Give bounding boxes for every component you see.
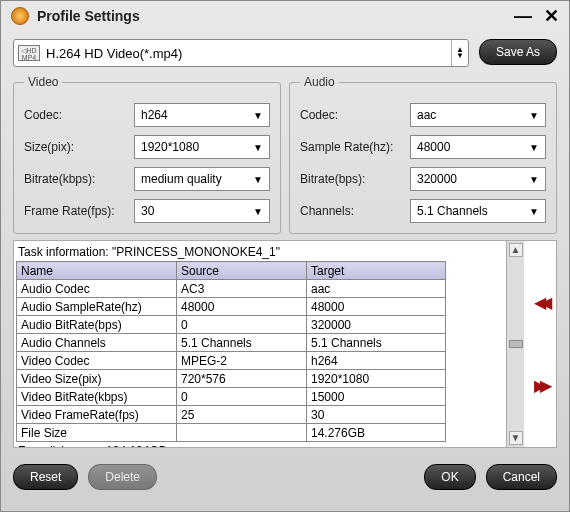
chevron-down-icon: ▼: [253, 110, 263, 121]
task-info-panel: Task information: "PRINCESS_MONONOKE4_1"…: [13, 240, 557, 448]
cell-name: File Size: [17, 424, 177, 442]
video-framerate-label: Frame Rate(fps):: [24, 204, 134, 218]
delete-button[interactable]: Delete: [88, 464, 157, 490]
cell-name: Video FrameRate(fps): [17, 406, 177, 424]
profile-select[interactable]: ◁HDMP4 H.264 HD Video(*.mp4) ▲▼: [13, 39, 469, 67]
table-row: Audio CodecAC3aac: [17, 280, 446, 298]
audio-codec-label: Codec:: [300, 108, 410, 122]
app-icon: [11, 7, 29, 25]
profile-name: H.264 HD Video(*.mp4): [46, 46, 451, 61]
table-row: Video FrameRate(fps)2530: [17, 406, 446, 424]
task-info-title: Task information: "PRINCESS_MONONOKE4_1": [16, 243, 504, 261]
col-name: Name: [17, 262, 177, 280]
cell-name: Audio BitRate(bps): [17, 316, 177, 334]
audio-channels-label: Channels:: [300, 204, 410, 218]
task-table: Name Source Target Audio CodecAC3aacAudi…: [16, 261, 446, 442]
video-size-label: Size(pix):: [24, 140, 134, 154]
cancel-button[interactable]: Cancel: [486, 464, 557, 490]
scroll-thumb[interactable]: [509, 340, 523, 348]
chevron-down-icon: ▼: [529, 174, 539, 185]
chevron-down-icon: ▼: [253, 142, 263, 153]
audio-samplerate-label: Sample Rate(hz):: [300, 140, 410, 154]
col-source: Source: [177, 262, 307, 280]
cell-source: [177, 424, 307, 442]
table-row: Audio Channels5.1 Channels5.1 Channels: [17, 334, 446, 352]
table-row: Video Size(pix)720*5761920*1080: [17, 370, 446, 388]
audio-legend: Audio: [300, 75, 339, 89]
prev-button[interactable]: ◀◀: [534, 293, 546, 312]
audio-codec-select[interactable]: aac▼: [410, 103, 546, 127]
save-as-button[interactable]: Save As: [479, 39, 557, 65]
cell-target: h264: [307, 352, 446, 370]
video-size-select[interactable]: 1920*1080▼: [134, 135, 270, 159]
cell-source: 48000: [177, 298, 307, 316]
audio-group: Audio Codec:aac▼ Sample Rate(hz):48000▼ …: [289, 75, 557, 234]
cell-source: 5.1 Channels: [177, 334, 307, 352]
profile-stepper[interactable]: ▲▼: [451, 40, 464, 66]
cell-source: 720*576: [177, 370, 307, 388]
cell-target: 320000: [307, 316, 446, 334]
next-button[interactable]: ▶▶: [534, 376, 546, 395]
scroll-down-icon[interactable]: ▼: [509, 431, 523, 445]
chevron-down-icon: ▼: [253, 206, 263, 217]
chevron-down-icon: ▼: [529, 142, 539, 153]
table-row: Audio BitRate(bps)0320000: [17, 316, 446, 334]
audio-channels-select[interactable]: 5.1 Channels▼: [410, 199, 546, 223]
cell-name: Audio Channels: [17, 334, 177, 352]
audio-bitrate-select[interactable]: 320000▼: [410, 167, 546, 191]
cell-target: aac: [307, 280, 446, 298]
format-badge-icon: ◁HDMP4: [18, 45, 40, 61]
cell-source: AC3: [177, 280, 307, 298]
minimize-button[interactable]: —: [514, 6, 532, 27]
cell-name: Audio SampleRate(hz): [17, 298, 177, 316]
close-button[interactable]: ✕: [544, 5, 559, 27]
cell-source: 25: [177, 406, 307, 424]
video-framerate-select[interactable]: 30▼: [134, 199, 270, 223]
cell-name: Audio Codec: [17, 280, 177, 298]
vertical-scrollbar[interactable]: ▲ ▼: [506, 241, 524, 447]
cell-source: 0: [177, 388, 307, 406]
video-group: Video Codec:h264▼ Size(pix):1920*1080▼ B…: [13, 75, 281, 234]
ok-button[interactable]: OK: [424, 464, 475, 490]
video-legend: Video: [24, 75, 62, 89]
chevron-down-icon: ▼: [456, 53, 464, 59]
titlebar: Profile Settings — ✕: [1, 1, 569, 31]
reset-button[interactable]: Reset: [13, 464, 78, 490]
cell-source: 0: [177, 316, 307, 334]
cell-target: 1920*1080: [307, 370, 446, 388]
cell-name: Video Size(pix): [17, 370, 177, 388]
col-target: Target: [307, 262, 446, 280]
scroll-up-icon[interactable]: ▲: [509, 243, 523, 257]
chevron-down-icon: ▼: [253, 174, 263, 185]
video-bitrate-select[interactable]: medium quality▼: [134, 167, 270, 191]
chevron-down-icon: ▼: [529, 110, 539, 121]
cell-name: Video BitRate(kbps): [17, 388, 177, 406]
cell-name: Video Codec: [17, 352, 177, 370]
cell-target: 14.276GB: [307, 424, 446, 442]
audio-samplerate-select[interactable]: 48000▼: [410, 135, 546, 159]
video-bitrate-label: Bitrate(kbps):: [24, 172, 134, 186]
cell-target: 30: [307, 406, 446, 424]
cell-target: 48000: [307, 298, 446, 316]
window-title: Profile Settings: [37, 8, 502, 24]
cell-target: 15000: [307, 388, 446, 406]
free-disk-space: Free disk space:134.124GB: [16, 442, 504, 447]
table-row: File Size14.276GB: [17, 424, 446, 442]
table-row: Audio SampleRate(hz)4800048000: [17, 298, 446, 316]
audio-bitrate-label: Bitrate(bps):: [300, 172, 410, 186]
cell-target: 5.1 Channels: [307, 334, 446, 352]
cell-source: MPEG-2: [177, 352, 307, 370]
video-codec-select[interactable]: h264▼: [134, 103, 270, 127]
table-row: Video BitRate(kbps)015000: [17, 388, 446, 406]
chevron-down-icon: ▼: [529, 206, 539, 217]
video-codec-label: Codec:: [24, 108, 134, 122]
table-row: Video CodecMPEG-2h264: [17, 352, 446, 370]
